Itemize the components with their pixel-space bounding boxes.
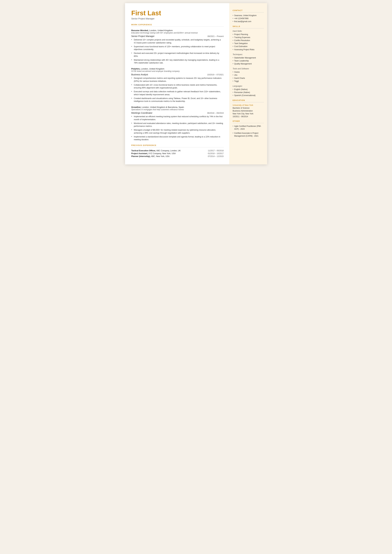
company-block-resume-worded: Resume Worded, London, United Kingdom Ed…: [131, 29, 224, 64]
applicant-name: First Last: [131, 9, 224, 17]
job-dates-meetings-coordinator: 06/2018 – 09/2019: [207, 112, 224, 114]
skills-heading: SKILLS: [233, 25, 264, 27]
edu-school: University of New York: [233, 104, 264, 106]
prev-exp-row-2: Planner (Internship), ABC, New York, USA…: [131, 155, 224, 157]
techniques-label: Techniques:: [233, 53, 264, 56]
skill-conflict-resolution: Conflict Resolution: [233, 39, 264, 42]
tools-label: Tools and Software:: [233, 68, 264, 70]
techniques-list: Stakeholder Management Team Leadership Q…: [233, 56, 264, 66]
bullet-item: Designed comprehensive metrics and repor…: [131, 77, 224, 83]
job-title-senior-pm: Senior Project Manager: [131, 35, 154, 37]
skill-toggl: Toggl: [233, 80, 264, 83]
other-item-1: Certified Associate in Project Managemen…: [233, 132, 264, 137]
prev-exp-row-1: Project Assistant, XYZ Company, New York…: [131, 152, 224, 154]
education-divider: [233, 102, 264, 102]
skill-stakeholder-management: Stakeholder Management: [233, 56, 264, 59]
company-suffix: London, United Kingdom: [149, 29, 173, 32]
bullet-item: Collaborated with 10+ cross-functional t…: [131, 84, 224, 90]
job-dates-business-analyst: 10/2019 – 07/2021: [207, 74, 224, 76]
skill-assessing-project-risks: Assessing Project Risks: [233, 48, 264, 51]
skill-task-delegation: Task Delegation: [233, 42, 264, 45]
prev-exp-title-0: Tactical Execution Officer, ABC Company,…: [131, 150, 181, 152]
bullet-item: Devised and executed 20+ project managem…: [131, 52, 224, 58]
work-experience-divider: [131, 27, 224, 27]
hard-skills-list: Project Planning Tracking Expenses Confl…: [233, 33, 264, 51]
lang-english: English (Native): [233, 88, 264, 91]
other-item-0: Agile Certified Practitioner (PMI-ACP) -…: [233, 125, 264, 130]
lang-spanish: Spanish (Conversational): [233, 94, 264, 97]
tools-list: Asana Jira Gantt Charts Toggl: [233, 70, 264, 83]
skill-cost-estimation: Cost Estimation: [233, 45, 264, 48]
contact-heading: CONTACT: [233, 9, 264, 11]
bullet-item: Supervised cross-functional teams of 120…: [131, 45, 224, 51]
education-block-uny: University of New York Bachelor of Scien…: [233, 104, 264, 118]
company-suffix: London, United Kingdom & Barcelona, Spai…: [141, 106, 184, 108]
company-bold: Resume Worded,: [131, 29, 149, 32]
prev-exp-row-0: Tactical Execution Officer, ABC Company,…: [131, 150, 224, 152]
prev-exp-title-1: Project Assistant, XYZ Company, New York…: [131, 152, 176, 154]
company-desc-resume-worded: Education technology startup with 50+ em…: [131, 32, 224, 34]
bullets-senior-pm: Delivered 10+ complex projects and excee…: [131, 38, 224, 64]
bullet-item: Created dashboards and visualizations us…: [131, 97, 224, 103]
previous-experience-heading: PREVIOUS EXPERIENCE: [131, 144, 224, 146]
bullet-item: Managed a budget of $9,000+ for meeting-…: [131, 129, 224, 134]
previous-experience-list: Tactical Execution Officer, ABC Company,…: [131, 150, 224, 157]
skill-project-planning: Project Planning: [233, 33, 264, 36]
hard-skills-label: Hard Skills:: [233, 30, 264, 32]
prev-exp-title-2: Planner (Internship), ABC, New York, USA: [131, 155, 169, 157]
job-row-meetings-coordinator: Meetings Coordinator 06/2018 – 09/2019: [131, 112, 224, 114]
contact-location: Swansea, United Kingdom: [233, 14, 264, 17]
contact-list: Swansea, United Kingdom +44 1234567890 f…: [233, 14, 264, 23]
job-dates-senior-pm: 08/2021 – Present: [207, 35, 224, 37]
company-desc-growthsi: Specializes in mortgages that help custo…: [131, 108, 224, 111]
contact-phone: +44 1234567890: [233, 17, 264, 20]
contact-divider: [233, 12, 264, 13]
bullet-item: Monitored and evaluated attendance rates…: [131, 122, 224, 128]
company-block-growthsi: Growthsi, London, United Kingdom & Barce…: [131, 106, 224, 141]
applicant-title: Senior Project Manager: [131, 17, 224, 20]
company-name-polyhire: Polyhire, London, United Kingdom: [131, 67, 224, 70]
right-column: CONTACT Swansea, United Kingdom +44 1234…: [229, 3, 267, 164]
job-row-senior-pm: Senior Project Manager 08/2021 – Present: [131, 35, 224, 37]
bullet-item: Delivered 10+ complex projects and excee…: [131, 38, 224, 44]
contact-email: first.last@gmail.com: [233, 20, 264, 23]
edu-field: Business Administration: [233, 109, 264, 112]
company-block-polyhire: Polyhire, London, United Kingdom NYSE-li…: [131, 67, 224, 103]
company-desc-polyhire: NYSE-listed recruitment and employer bra…: [131, 70, 224, 72]
prev-exp-dates-0: 11/2017 – 05/2018: [208, 150, 224, 152]
resume-wrapper: First Last Senior Project Manager WORK E…: [125, 3, 267, 164]
name-section: First Last Senior Project Manager: [131, 9, 224, 20]
edu-degree: Bachelor of Science: [233, 107, 264, 109]
skill-jira: Jira: [233, 74, 264, 77]
left-column: First Last Senior Project Manager WORK E…: [125, 3, 229, 164]
company-name-resume-worded: Resume Worded, London, United Kingdom: [131, 29, 224, 32]
other-heading: OTHER: [233, 120, 264, 122]
edu-dates: 10/2011 - 06/2014: [233, 115, 264, 118]
company-bold: Polyhire,: [131, 68, 140, 70]
skill-gantt-charts: Gantt Charts: [233, 77, 264, 80]
skills-divider: [233, 28, 264, 28]
prev-exp-dates-1: 01/2016 – 10/2017: [208, 152, 224, 154]
work-experience-heading: WORK EXPERIENCE: [131, 24, 224, 26]
company-suffix: London, United Kingdom: [140, 68, 164, 70]
bullet-item: Implemented a standardized discussion te…: [131, 135, 224, 141]
job-row-business-analyst: Business Analyst 10/2019 – 07/2021: [131, 73, 224, 76]
bullet-item: Maintained strong relationships with 40+…: [131, 59, 224, 65]
company-bold: Growthsi,: [131, 106, 141, 108]
prev-exp-dates-2: 07/2014 – 12/2015: [208, 155, 224, 157]
bullet-item: Implemented an efficient meeting trackin…: [131, 115, 224, 121]
skill-team-leadership: Team Leadership: [233, 59, 264, 62]
languages-list: English (Native) Romanian (Native) Spani…: [233, 88, 264, 97]
skill-tracking-expenses: Tracking Expenses: [233, 36, 264, 39]
bullets-business-analyst: Designed comprehensive metrics and repor…: [131, 77, 224, 103]
skill-quality-management: Quality Management: [233, 62, 264, 65]
education-heading: EDUCATION: [233, 99, 264, 101]
job-title-meetings-coordinator: Meetings Coordinator: [131, 112, 153, 114]
edu-location: New York City, New York: [233, 112, 264, 115]
company-name-growthsi: Growthsi, London, United Kingdom & Barce…: [131, 106, 224, 108]
languages-label: Languages:: [233, 85, 264, 87]
bullet-item: Executed surveys and data collection met…: [131, 90, 224, 96]
job-title-business-analyst: Business Analyst: [131, 73, 148, 76]
lang-romanian: Romanian (Native): [233, 91, 264, 94]
skill-asana: Asana: [233, 70, 264, 74]
